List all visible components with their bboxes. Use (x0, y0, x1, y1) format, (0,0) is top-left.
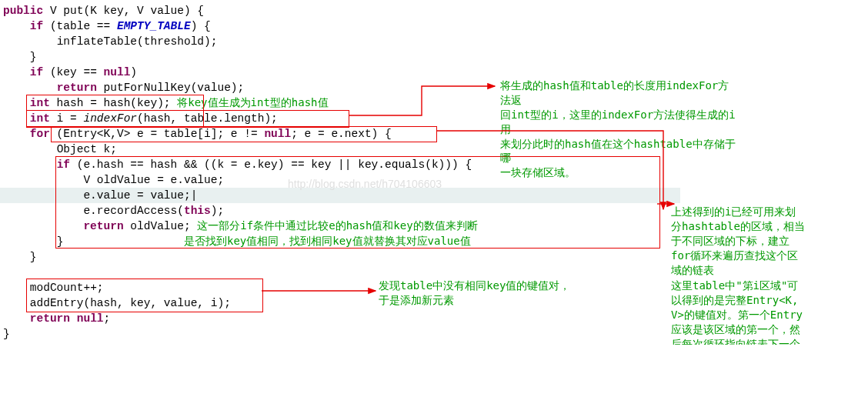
t: (key == (43, 66, 103, 78)
kw-return: return (83, 220, 123, 232)
side-comment-addentry: 发现table中没有相同key值的键值对， 于是添加新元素 (379, 279, 586, 308)
t: ; e = e.next) { (291, 128, 392, 140)
t: addEntry(hash, key, value, i); (30, 297, 231, 309)
t: 于不同区域的下标，建立 (671, 234, 810, 249)
t: 后每次循环指向链表下一个 (671, 337, 813, 345)
kw-if: if (57, 158, 70, 171)
kw-null: null (104, 66, 131, 78)
t: putForNullKey(value); (97, 82, 244, 94)
side-comment-loop: 上述得到的i已经可用来划 分hashtable的区域，相当 于不同区域的下标，建… (671, 205, 810, 277)
t: 来划分此时的hash值在这个hashtable中存储于哪 (500, 137, 737, 166)
t: } (30, 51, 37, 63)
t: oldValue; (124, 220, 191, 232)
t: 将生成的hash值和table的长度用indexFor方法返 (500, 78, 737, 108)
t: 回int型的i，这里的indexFor方法使得生成的i用 (500, 108, 737, 137)
t: 一块存储区域。 (500, 165, 737, 180)
t: (hash, table.length); (137, 112, 278, 125)
t: V>的键值对。第一个Entry (671, 308, 813, 322)
t: e.recordAccess( (83, 205, 184, 217)
t: 上述得到的i已经可用来划 (671, 205, 810, 219)
kw-return: return (57, 82, 97, 94)
t: 应该是该区域的第一个，然 (671, 322, 813, 337)
side-comment-entry: 这里table中"第i区域"可 以得到的是完整Entry<K, V>的键值对。第… (671, 279, 813, 345)
t: (table == (43, 20, 117, 32)
t: ; (104, 312, 111, 325)
t: 域的链表 (671, 263, 810, 278)
t: } (57, 235, 64, 248)
kw-int: int (30, 97, 50, 109)
t: e.value = value; (83, 189, 190, 202)
t: ); (211, 205, 224, 217)
cursor: | (191, 189, 198, 202)
kw-public: public (3, 5, 43, 17)
t: ) (130, 66, 137, 78)
t: (e.hash == hash && ((k = e.key) == key |… (70, 158, 472, 171)
t: 以得到的是完整Entry<K, (671, 293, 813, 308)
kw-return: return (30, 312, 70, 325)
kw-null: null (264, 128, 291, 140)
kw-null: null (77, 312, 104, 325)
const-empty-table: EMPTY_TABLE (117, 20, 191, 32)
t: modCount++; (30, 282, 104, 294)
kw-for: for (30, 128, 50, 140)
comment-ifblock-2: 是否找到key值相同，找到相同key值就替换其对应value值 (184, 235, 471, 247)
comment-hash-key: 将key值生成为int型的hash值 (177, 96, 328, 108)
kw-if: if (30, 66, 43, 78)
method-indexfor: indexFor (83, 112, 137, 125)
t: Object k; (57, 143, 117, 155)
comment-ifblock-1: 这一部分if条件中通过比较e的hash值和key的数值来判断 (197, 219, 477, 232)
t: ) { (191, 20, 211, 32)
t: } (30, 251, 37, 263)
kw-this: this (184, 205, 211, 217)
kw-if: if (30, 20, 43, 32)
t: i = (50, 112, 84, 125)
kw-int: int (30, 112, 50, 125)
t: inflateTable(threshold); (57, 35, 218, 48)
t: (Entry<K,V> e = table[i]; e != (50, 128, 264, 140)
t: 于是添加新元素 (379, 293, 586, 308)
t: 这里table中"第i区域"可 (671, 279, 813, 293)
t: } (3, 328, 10, 340)
t: hash = hash(key); (50, 97, 171, 109)
t: for循环来遍历查找这个区 (671, 249, 810, 263)
t: 分hashtable的区域，相当 (671, 219, 810, 234)
side-comment-indexfor: 将生成的hash值和table的长度用indexFor方法返 回int型的i，这… (500, 78, 737, 180)
t: V oldValue = e.value; (83, 174, 224, 186)
t: 发现table中没有相同key值的键值对， (379, 279, 586, 293)
